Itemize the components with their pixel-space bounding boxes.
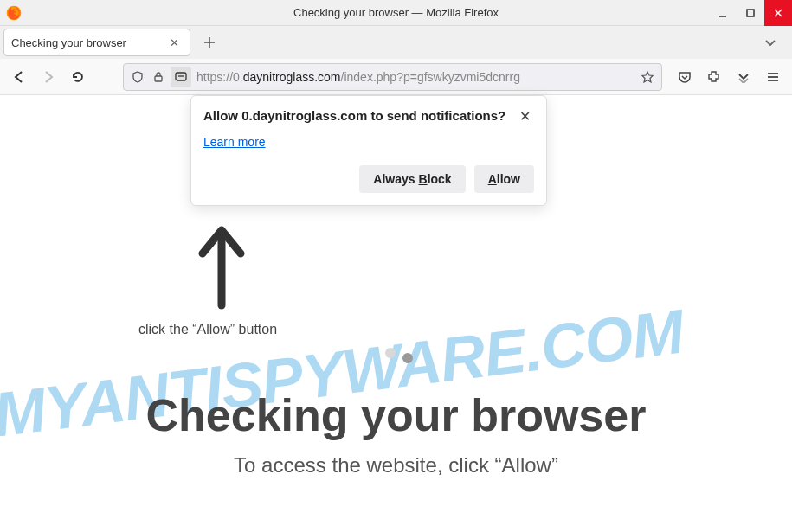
forward-button[interactable] (35, 63, 62, 91)
svg-marker-10 (642, 72, 653, 82)
permission-icon[interactable] (171, 67, 191, 87)
notification-permission-popup: Allow 0.daynitroglass.com to send notifi… (190, 95, 547, 206)
maximize-button[interactable] (737, 0, 764, 26)
titlebar: Checking your browser — Mozilla Firefox (0, 0, 792, 26)
svg-rect-2 (747, 10, 754, 16)
navigation-toolbar: https://0.daynitroglass.com/index.php?p=… (0, 59, 792, 95)
always-block-button[interactable]: Always Block (359, 165, 465, 193)
reload-button[interactable] (64, 63, 92, 91)
page-content: MYANTISPYWARE.COM Allow 0.daynitroglass.… (0, 95, 792, 532)
page-subtext: To access the website, click “Allow” (0, 453, 792, 478)
overflow-button[interactable] (730, 63, 757, 91)
window-title: Checking your browser — Mozilla Firefox (293, 6, 499, 19)
extensions-button[interactable] (700, 63, 728, 91)
lock-icon[interactable] (148, 67, 169, 87)
allow-button[interactable]: Allow (474, 165, 534, 193)
minimize-button[interactable] (709, 0, 737, 26)
url-path: /index.php?p=gfswkyzvmi5dcnrrg (341, 70, 520, 84)
tab-bar: Checking your browser ✕ (0, 26, 792, 59)
new-tab-button[interactable] (196, 29, 223, 56)
url-prefix: https://0. (196, 70, 243, 84)
svg-rect-7 (155, 76, 162, 81)
firefox-icon (5, 4, 23, 22)
up-arrow-icon (196, 223, 248, 313)
back-button[interactable] (5, 63, 33, 91)
shield-icon[interactable] (127, 67, 148, 87)
notification-title: Allow 0.daynitroglass.com to send notifi… (203, 108, 505, 123)
page-heading: Checking your browser (0, 389, 792, 441)
tab-title: Checking your browser (11, 36, 166, 49)
notification-close-icon[interactable]: ✕ (516, 108, 534, 125)
loading-dot (402, 353, 413, 363)
app-menu-button[interactable] (759, 63, 787, 91)
close-button[interactable] (764, 0, 792, 26)
window-controls (709, 0, 792, 25)
tabs-list-button[interactable] (759, 29, 782, 55)
learn-more-link[interactable]: Learn more (203, 135, 266, 149)
tab-close-icon[interactable]: ✕ (166, 36, 183, 49)
instruction-text: click the “Allow” button (138, 322, 277, 337)
loading-dots (385, 351, 413, 362)
url-bar[interactable]: https://0.daynitroglass.com/index.php?p=… (123, 63, 662, 91)
bookmark-star-icon[interactable] (637, 67, 658, 87)
loading-dot (385, 348, 396, 358)
browser-tab[interactable]: Checking your browser ✕ (3, 29, 190, 56)
pocket-button[interactable] (671, 63, 699, 91)
url-text: https://0.daynitroglass.com/index.php?p=… (196, 70, 637, 84)
url-domain: daynitroglass.com (243, 70, 341, 84)
